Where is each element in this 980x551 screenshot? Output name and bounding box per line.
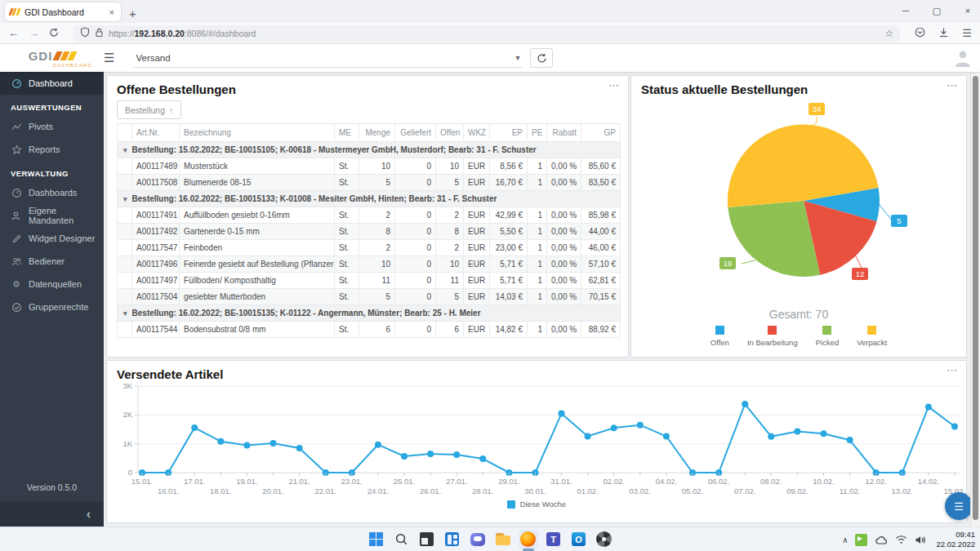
tray-chevron-icon[interactable]: ∧	[842, 535, 848, 544]
windows-taskbar: TO ∧ 09:41 22.02.2022	[0, 527, 980, 551]
refresh-button[interactable]	[530, 48, 553, 68]
group-expand-icon[interactable]: ▾	[123, 146, 127, 154]
taskbar-clock[interactable]: 09:41 22.02.2022	[936, 530, 975, 549]
taskbar-widgets-button[interactable]	[443, 530, 462, 549]
cell-bezeichnung: Feinboden	[180, 240, 335, 256]
group-expand-icon[interactable]: ▾	[123, 309, 127, 318]
column-header-bezeichnung[interactable]: Bezeichnung	[180, 124, 335, 142]
svg-text:2K: 2K	[122, 410, 132, 419]
column-header-menge[interactable]: Menge	[359, 124, 395, 142]
shield-icon[interactable]	[80, 26, 90, 41]
sidebar-item-gruppenrechte[interactable]: Gruppenrechte	[0, 295, 104, 318]
volume-icon[interactable]	[915, 535, 927, 545]
taskbar-firefox-button[interactable]	[519, 530, 538, 549]
sidebar-item-dashboards[interactable]: Dashboards	[0, 181, 104, 204]
orders-table: Art.Nr.BezeichnungMEMengeGeliefertOffenW…	[117, 123, 621, 338]
taskbar-start-button[interactable]	[367, 530, 386, 549]
tab-close-icon[interactable]: ×	[108, 7, 116, 17]
order-item-row[interactable]: A00117491Auffüllboden gesiebt 0-16mmSt.2…	[118, 207, 621, 224]
sidebar-item-bediener[interactable]: Bediener	[0, 250, 104, 273]
legend-label: Offen	[710, 338, 729, 347]
taskbar-pinwheel-button[interactable]	[595, 530, 614, 549]
sidebar-item-pivots[interactable]: Pivots	[0, 115, 104, 138]
clock-date: 22.02.2022	[936, 540, 975, 549]
sidebar-toggle-icon[interactable]: ☰	[104, 51, 114, 65]
window-restore-button[interactable]: ▢	[931, 6, 942, 16]
order-group-row[interactable]: ▾Bestellung: 15.02.2022; BE-10015105; K-…	[118, 142, 621, 158]
column-header-offen[interactable]: Offen	[436, 124, 464, 142]
back-button[interactable]: ←	[8, 28, 19, 38]
onedrive-cloud-icon[interactable]	[875, 535, 888, 545]
downloads-icon[interactable]	[938, 26, 949, 41]
sidebar-item-widget-designer[interactable]: Widget Designer	[0, 227, 104, 250]
legend-item-picked[interactable]: Picked	[816, 326, 840, 347]
main-content: Offene Bestellungen ⋯ Bestellung ↑ Art.N…	[104, 72, 980, 527]
cell-gp: 83,50 €	[581, 175, 621, 191]
cell-pe: 1	[528, 273, 547, 289]
sidebar-item-reports[interactable]: Reports	[0, 138, 104, 161]
column-header-gp[interactable]: GP	[581, 124, 621, 142]
reload-button[interactable]	[49, 28, 59, 39]
sidebar-item-eigene-mandanten[interactable]: Eigene Mandanten	[0, 204, 104, 227]
column-header-rabatt[interactable]: Rabatt	[547, 124, 581, 142]
group-expand-icon[interactable]: ▾	[123, 195, 127, 203]
svg-text:23.01.: 23.01.	[341, 477, 363, 486]
order-item-row[interactable]: A00117497Füllboden/ KomposthaltigSt.1101…	[118, 273, 621, 289]
taskbar-search-button[interactable]	[392, 530, 412, 549]
panel-more-icon[interactable]: ⋯	[608, 79, 620, 91]
column-header-geliefert[interactable]: Geliefert	[395, 124, 436, 142]
order-item-row[interactable]: A00117489MusterstückSt.10010EUR8,56 €10,…	[118, 158, 621, 175]
column-header-wkz[interactable]: WKZ	[464, 124, 490, 142]
browser-tab[interactable]: GDI Dashboard ×	[5, 2, 121, 21]
order-group-row[interactable]: ▾Bestellung: 16.02.2022; BE-10015135; K-…	[118, 305, 621, 322]
order-item-row[interactable]: A00117508Blumenerde 08-15St.505EUR16,70 …	[118, 175, 621, 191]
tab-favicon-icon	[10, 8, 20, 16]
wifi-icon[interactable]	[895, 535, 907, 544]
tray-app-icon[interactable]	[855, 534, 867, 546]
taskbar-outlook-button[interactable]: O	[569, 530, 589, 549]
order-item-row[interactable]: A00117544Bodensubstrat 0/8 mmSt.606EUR14…	[118, 322, 621, 338]
order-item-row[interactable]: A00117504gesiebter MutterbodenSt.505EUR1…	[118, 289, 621, 305]
cell-gp: 85,98 €	[581, 207, 621, 224]
browser-menu-icon[interactable]: ☰	[962, 27, 972, 39]
column-header-ep[interactable]: EP	[490, 124, 528, 142]
order-group-label: Bestellung: 16.02.2022; BE-10015135; K-0…	[132, 309, 481, 318]
lock-icon[interactable]	[95, 26, 104, 41]
order-group-row[interactable]: ▾Bestellung: 16.02.2022; BE-10015133; K-…	[118, 191, 621, 207]
column-header-pe[interactable]: PE	[528, 124, 547, 142]
panel-more-icon[interactable]: ⋯	[947, 79, 958, 91]
user-avatar[interactable]	[952, 47, 973, 72]
floating-menu-button[interactable]: ☰	[945, 492, 973, 520]
svg-text:08.02.: 08.02.	[760, 477, 782, 486]
order-item-row[interactable]: A00117547FeinbodenSt.202EUR23,00 €10,00 …	[118, 240, 621, 256]
legend-item-in-bearbeitung[interactable]: In Bearbeitung	[747, 326, 798, 347]
new-tab-button[interactable]: +	[129, 7, 136, 23]
url-bar[interactable]: https://192.168.0.20:8086/#/dashboard ☆	[74, 25, 900, 42]
sidebar-item-dashboard[interactable]: Dashboard	[0, 72, 104, 95]
page-scrollbar-thumb[interactable]	[973, 76, 978, 520]
bookmark-star-icon[interactable]: ☆	[885, 28, 894, 39]
panel-more-icon[interactable]: ⋯	[947, 364, 958, 376]
column-header-art-nr-[interactable]: Art.Nr.	[132, 124, 180, 142]
taskbar-file-explorer-button[interactable]	[493, 530, 513, 549]
page-scrollbar[interactable]	[970, 72, 980, 527]
legend-item-verpackt[interactable]: Verpackt	[857, 326, 887, 347]
sidebar-item-datenquellen[interactable]: ⚙Datenquellen	[0, 273, 104, 295]
order-item-row[interactable]: A00117496Feinerde gesiebt auf Bestellung…	[118, 256, 621, 273]
order-item-row[interactable]: A00117492Gartenerde 0-15 mmSt.808EUR5,50…	[118, 224, 621, 240]
taskbar-teams-button[interactable]: T	[544, 530, 564, 549]
column-header-me[interactable]: ME	[335, 124, 359, 142]
legend-item-offen[interactable]: Offen	[710, 326, 729, 347]
window-close-button[interactable]: ×	[962, 6, 973, 16]
taskbar-task-view-button[interactable]	[417, 530, 437, 549]
sort-chip-bestellung[interactable]: Bestellung ↑	[117, 100, 181, 119]
forward-button[interactable]: →	[29, 28, 39, 38]
sidebar-collapse-icon[interactable]: ‹	[87, 507, 91, 522]
pocket-icon[interactable]	[915, 26, 925, 41]
taskbar-chat-button[interactable]	[468, 530, 488, 549]
browser-tabbar: GDI Dashboard × + ─ ▢ ×	[0, 0, 980, 23]
window-minimize-button[interactable]: ─	[900, 6, 911, 16]
logo-stripes-icon	[55, 51, 75, 60]
sidebar-item-label: Dashboard	[29, 78, 73, 88]
dashboard-select[interactable]: Versand ▾	[132, 48, 523, 68]
